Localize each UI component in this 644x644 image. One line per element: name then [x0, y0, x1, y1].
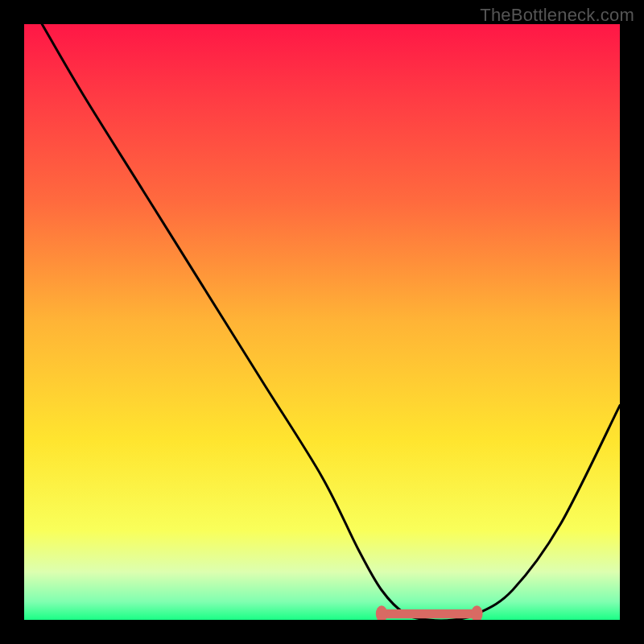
chart-container: TheBottleneck.com — [0, 0, 644, 644]
plot-svg — [24, 24, 620, 620]
gradient-background — [24, 24, 620, 620]
watermark-text: TheBottleneck.com — [480, 5, 634, 26]
plot-area — [24, 24, 620, 620]
